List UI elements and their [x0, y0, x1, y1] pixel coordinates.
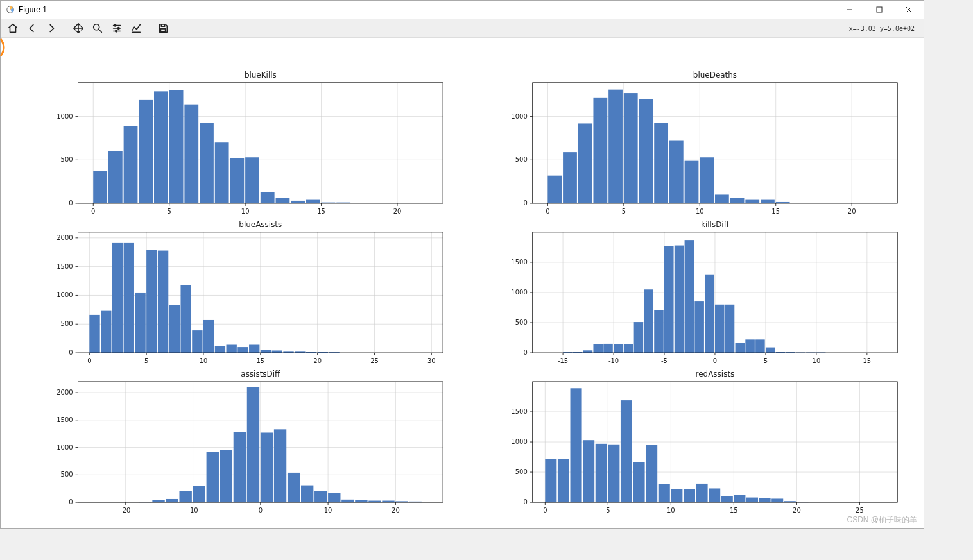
y-tick-label: 1500 [56, 263, 73, 270]
bar [180, 285, 191, 353]
bar [659, 484, 670, 502]
y-tick-label: 1500 [511, 408, 527, 415]
y-tick-label: 0 [523, 349, 527, 356]
bar [725, 305, 735, 353]
bar [169, 90, 184, 203]
configure-subplots-button[interactable] [108, 20, 125, 37]
x-tick-label: 0 [87, 357, 91, 364]
bar [355, 500, 367, 502]
home-button[interactable] [4, 20, 21, 37]
bar [771, 498, 783, 502]
matplotlib-icon [6, 5, 15, 14]
x-tick-label: -10 [608, 357, 619, 364]
bar [685, 161, 699, 203]
x-tick-label: 25 [370, 357, 379, 364]
y-tick-label: 1000 [511, 289, 527, 296]
y-tick-label: 0 [69, 498, 73, 505]
maximize-button[interactable] [865, 1, 894, 19]
x-tick-label: 5 [606, 507, 610, 514]
x-tick-label: 15 [730, 507, 738, 514]
save-button[interactable] [155, 20, 171, 37]
bar [675, 246, 684, 353]
y-tick-label: 500 [61, 320, 73, 327]
edit-axis-button[interactable] [128, 20, 144, 37]
bar [709, 488, 720, 502]
bar [759, 498, 771, 503]
bar [736, 343, 745, 353]
y-tick-label: 0 [69, 349, 73, 356]
bar [671, 489, 682, 502]
bar [624, 93, 638, 203]
bar [108, 151, 123, 203]
bar [179, 491, 191, 502]
bar [193, 486, 205, 502]
x-tick-label: 30 [427, 357, 436, 364]
y-tick-label: 1000 [511, 438, 527, 445]
matplotlib-toolbar: x=-3.03 y=5.0e+02 [1, 19, 924, 38]
minimize-button[interactable] [835, 1, 865, 19]
svg-rect-14 [160, 29, 165, 32]
bar [654, 123, 668, 203]
subplot-title: killsDiff [701, 220, 730, 229]
bar [276, 198, 290, 203]
bar [746, 498, 758, 503]
bar [745, 339, 755, 353]
bar [633, 462, 645, 502]
figure-canvas[interactable]: 0510152005001000blueKills051015200500100… [1, 38, 924, 528]
svg-point-10 [114, 24, 116, 26]
bar [203, 320, 214, 353]
bar [664, 246, 674, 353]
bar [272, 350, 282, 353]
bar [135, 293, 145, 353]
bar [621, 400, 632, 502]
bar [146, 250, 157, 353]
bar [306, 200, 320, 203]
x-tick-label: 20 [392, 507, 400, 514]
bar [291, 201, 305, 203]
bar [545, 459, 556, 502]
bar [158, 251, 168, 353]
bar [139, 100, 153, 203]
x-tick-label: 0 [91, 208, 95, 215]
y-tick-label: 2000 [56, 389, 73, 396]
y-tick-label: 0 [69, 199, 73, 207]
svg-point-12 [116, 30, 117, 32]
x-tick-label: 15 [863, 357, 872, 364]
close-button[interactable] [894, 1, 924, 19]
window-title: Figure 1 [19, 5, 47, 14]
subplot-title: blueDeaths [693, 71, 737, 80]
bar [261, 432, 273, 502]
bar [634, 322, 644, 353]
bar [571, 388, 582, 502]
zoom-button[interactable] [89, 20, 106, 37]
back-button[interactable] [24, 20, 40, 37]
bar [261, 192, 275, 203]
bar [669, 141, 684, 203]
bar [124, 243, 134, 353]
subplot-0: 0510152005001000blueKills [56, 71, 443, 215]
subplot-1: 0510152005001000blueDeaths [511, 71, 897, 215]
coordinate-readout: x=-3.03 y=5.0e+02 [849, 25, 920, 32]
x-tick-label: 15 [317, 208, 325, 215]
bar [583, 440, 594, 502]
bar [593, 98, 607, 203]
bar [608, 445, 619, 502]
bar [608, 90, 623, 203]
forward-button[interactable] [43, 20, 60, 37]
x-tick-label: 5 [764, 357, 768, 364]
x-tick-label: 10 [241, 208, 250, 215]
subplot-title: redAssists [696, 369, 735, 378]
x-tick-label: 0 [713, 357, 717, 364]
bar [730, 198, 745, 203]
bar [227, 345, 237, 353]
x-tick-label: -20 [120, 507, 130, 514]
bar [152, 500, 164, 502]
bar [328, 493, 340, 503]
bar [558, 459, 569, 502]
svg-line-6 [99, 30, 102, 33]
bar [694, 301, 704, 353]
bar [700, 157, 714, 203]
pan-button[interactable] [70, 20, 87, 37]
bar [696, 484, 708, 502]
bar [249, 345, 259, 353]
